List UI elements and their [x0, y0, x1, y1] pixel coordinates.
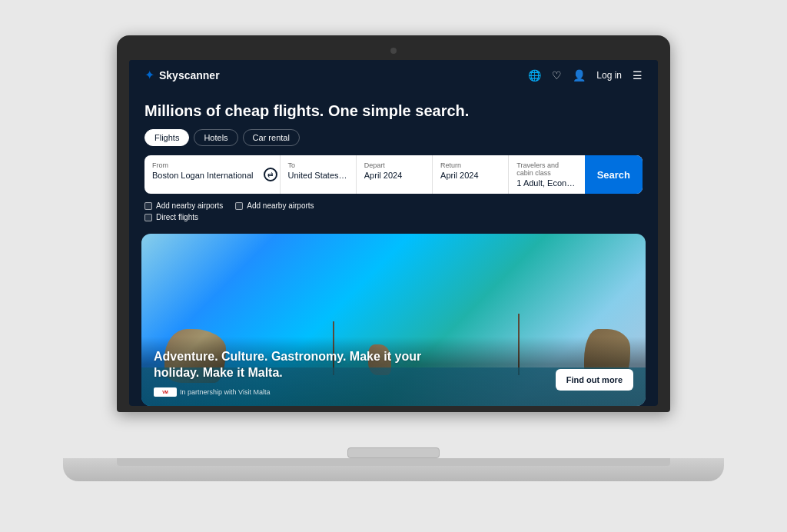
travelers-field[interactable]: Travelers and cabin class 1 Adult, Econo…: [509, 155, 584, 194]
from-field-wrapper: From Boston Logan International ⇄: [144, 155, 281, 194]
search-bar: From Boston Logan International ⇄ To Uni…: [144, 155, 643, 194]
return-value: April 2024: [440, 171, 500, 180]
checkbox-box-from: [144, 202, 152, 210]
search-tabs: Flights Hotels Car rental: [144, 129, 643, 146]
checkbox-box-to: [235, 202, 243, 210]
depart-value: April 2024: [364, 171, 424, 180]
checkbox-row-2: Direct flights: [144, 213, 643, 221]
checkbox-nearby-to-label: Add nearby airports: [247, 201, 314, 210]
travelers-label: Travelers and cabin class: [516, 161, 576, 177]
login-button[interactable]: Log in: [596, 70, 622, 81]
travelers-value: 1 Adult, Economy: [516, 178, 576, 188]
checkbox-row-1: Add nearby airports Add nearby airports: [144, 201, 643, 210]
partner-text: In partnership with Visit Malta: [180, 388, 270, 396]
checkbox-box-direct: [144, 214, 152, 221]
tab-hotels[interactable]: Hotels: [194, 129, 237, 146]
laptop-hinge: [117, 458, 670, 466]
nav-logo: ✦ Skyscanner: [144, 68, 220, 82]
hero-section: Millions of cheap flights. One simple se…: [129, 90, 658, 234]
promo-banner[interactable]: Adventure. Culture. Gastronomy. Make it …: [141, 234, 646, 406]
app-container: ✦ Skyscanner 🌐 ♡ 👤 Log in ☰ Millions of …: [129, 60, 658, 406]
skyscanner-logo-icon: ✦: [144, 68, 154, 82]
checkbox-nearby-to[interactable]: Add nearby airports: [235, 201, 314, 210]
from-label: From: [152, 161, 254, 169]
navbar: ✦ Skyscanner 🌐 ♡ 👤 Log in ☰: [129, 60, 658, 90]
tab-flights[interactable]: Flights: [144, 129, 189, 146]
return-field[interactable]: Return April 2024: [433, 155, 509, 194]
checkbox-direct-flights[interactable]: Direct flights: [144, 213, 198, 221]
laptop-base: [63, 458, 724, 481]
return-label: Return: [440, 161, 500, 169]
search-button[interactable]: Search: [585, 155, 643, 194]
depart-label: Depart: [364, 161, 424, 169]
from-field[interactable]: From Boston Logan International: [144, 155, 261, 194]
globe-icon[interactable]: 🌐: [528, 69, 541, 81]
laptop-screen: ✦ Skyscanner 🌐 ♡ 👤 Log in ☰ Millions of …: [129, 60, 658, 406]
depart-field[interactable]: Depart April 2024: [357, 155, 433, 194]
nav-right: 🌐 ♡ 👤 Log in ☰: [528, 69, 643, 81]
swap-icon: ⇄: [264, 168, 277, 181]
laptop-wrapper: ✦ Skyscanner 🌐 ♡ 👤 Log in ☰ Millions of …: [63, 35, 724, 497]
tab-car-rental[interactable]: Car rental: [243, 129, 300, 146]
banner-overlay: Adventure. Culture. Gastronomy. Make it …: [141, 337, 646, 406]
to-value: United States (US): [288, 171, 348, 180]
hero-title: Millions of cheap flights. One simple se…: [144, 102, 643, 120]
checkbox-nearby-from-label: Add nearby airports: [156, 201, 223, 210]
find-out-more-button[interactable]: Find out more: [556, 369, 633, 391]
to-label: To: [288, 161, 348, 169]
to-field[interactable]: To United States (US): [281, 155, 357, 194]
checkbox-direct-flights-label: Direct flights: [156, 213, 198, 221]
partner-logo: VM: [154, 387, 177, 397]
menu-icon[interactable]: ☰: [633, 69, 643, 81]
swap-button[interactable]: ⇄: [261, 155, 280, 194]
from-value: Boston Logan International: [152, 171, 254, 180]
laptop-screen-bezel: ✦ Skyscanner 🌐 ♡ 👤 Log in ☰ Millions of …: [117, 35, 670, 412]
heart-icon[interactable]: ♡: [552, 69, 562, 81]
laptop-camera: [390, 48, 397, 54]
checkbox-nearby-from[interactable]: Add nearby airports: [144, 201, 223, 210]
user-icon[interactable]: 👤: [573, 69, 586, 81]
banner-headline: Adventure. Culture. Gastronomy. Make it …: [154, 349, 441, 381]
laptop-trackpad: [347, 447, 440, 458]
skyscanner-logo-text: Skyscanner: [159, 69, 220, 81]
